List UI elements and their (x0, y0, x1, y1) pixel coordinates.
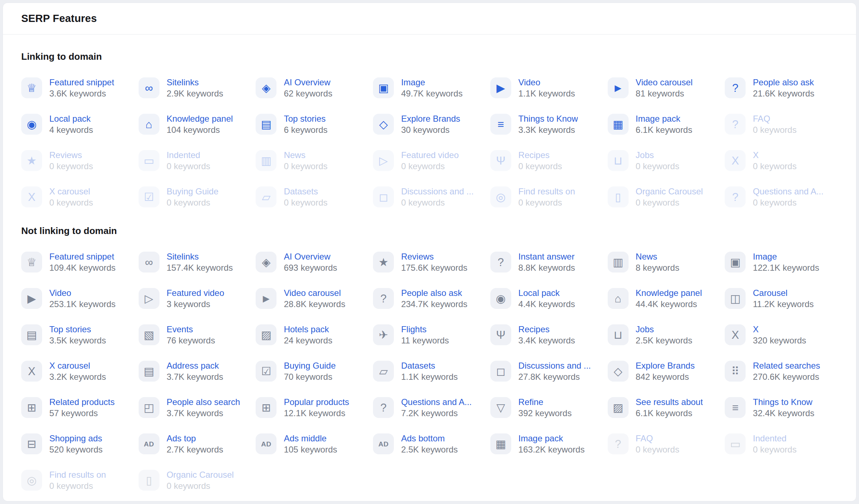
feature-item: Ψ Recipes 3.4K keywords (490, 323, 603, 347)
feature-link[interactable]: Knowledge panel (636, 287, 702, 298)
feature-link[interactable]: Things to Know (518, 113, 578, 124)
feature-item: ◻ Discussions and ... 0 keywords (373, 185, 486, 209)
tag-icon: ◇ (608, 361, 629, 382)
feature-link: Organic Carousel (167, 469, 234, 480)
feature-link[interactable]: Image pack (518, 433, 585, 444)
feature-link[interactable]: Knowledge panel (167, 113, 233, 124)
feature-link[interactable]: Local pack (518, 287, 575, 298)
feature-keyword-count: 12.1K keywords (284, 408, 349, 419)
feature-item: ▽ Refine 392 keywords (490, 396, 603, 419)
feature-link[interactable]: Video (49, 287, 116, 298)
feature-link[interactable]: Recipes (518, 324, 575, 335)
feature-link[interactable]: Address pack (167, 360, 223, 371)
feature-link[interactable]: Jobs (636, 324, 692, 335)
feature-link[interactable]: Featured video (167, 287, 224, 298)
feature-link[interactable]: Featured snippet (49, 77, 114, 88)
feature-link: Reviews (49, 149, 93, 161)
feature-keyword-count: 3.4K keywords (518, 335, 575, 346)
feature-keyword-count: 0 keywords (636, 197, 703, 208)
feature-keyword-count: 8.8K keywords (518, 262, 575, 273)
feature-link[interactable]: Datasets (401, 360, 458, 371)
feature-keyword-count: 2.9K keywords (167, 88, 223, 99)
feature-item: ▣ Image 49.7K keywords (373, 76, 486, 100)
feature-keyword-count: 44.4K keywords (636, 298, 702, 310)
feature-item: ? Questions and A... 7.2K keywords (373, 396, 486, 419)
feature-link[interactable]: X (753, 324, 806, 335)
feature-link[interactable]: News (636, 251, 679, 262)
feature-link[interactable]: Shopping ads (49, 433, 103, 444)
feature-keyword-count: 0 keywords (284, 197, 327, 208)
feature-link[interactable]: Explore Brands (636, 360, 695, 371)
feature-link[interactable]: Events (167, 324, 215, 335)
feature-link[interactable]: People also search (167, 396, 240, 408)
feature-link[interactable]: Related searches (753, 360, 820, 371)
feature-keyword-count: 3.7K keywords (167, 408, 240, 419)
address-pack-icon: ▤ (139, 361, 159, 382)
feature-link[interactable]: Ads middle (284, 433, 337, 444)
feature-keyword-count: 392 keywords (518, 408, 572, 419)
feature-link[interactable]: Reviews (401, 251, 467, 262)
feature-item: X X 320 keywords (725, 323, 838, 347)
feature-link: Indented (753, 433, 796, 444)
feature-keyword-count: 0 keywords (753, 124, 796, 135)
image-icon: ▣ (373, 77, 394, 98)
tag-icon: ◇ (373, 114, 394, 135)
question-bubble-icon: ? (373, 288, 394, 309)
feature-link[interactable]: Things to Know (753, 396, 814, 408)
feature-link[interactable]: Discussions and ... (518, 360, 591, 371)
feature-link[interactable]: Refine (518, 396, 572, 408)
feature-link[interactable]: See results about (636, 396, 703, 408)
feature-keyword-count: 28.8K keywords (284, 298, 345, 310)
feature-keyword-count: 520 keywords (49, 444, 103, 455)
feature-link[interactable]: Top stories (284, 113, 327, 124)
feature-item: ⊞ Popular products 12.1K keywords (256, 396, 369, 419)
x-icon: X (725, 150, 746, 171)
feature-keyword-count: 3 keywords (167, 298, 224, 310)
feature-link[interactable]: Questions and A... (401, 396, 472, 408)
feature-link[interactable]: Sitelinks (167, 77, 223, 88)
feature-item: ⊔ Jobs 2.5K keywords (608, 323, 721, 347)
feature-link[interactable]: Popular products (284, 396, 349, 408)
feature-link[interactable]: Top stories (49, 324, 106, 335)
feature-keyword-count: 0 keywords (518, 197, 575, 208)
feature-link: Buying Guide (167, 186, 219, 197)
feature-link[interactable]: Hotels pack (284, 324, 332, 335)
feature-item: ⊔ Jobs 0 keywords (608, 149, 721, 172)
ad-icon: AD (373, 433, 394, 454)
feature-link[interactable]: Flights (401, 324, 449, 335)
feature-link[interactable]: Related products (49, 396, 114, 408)
feature-link: Questions and A... (753, 186, 823, 197)
feature-link[interactable]: X carousel (49, 360, 106, 371)
feature-link[interactable]: People also ask (401, 287, 467, 298)
feature-item: ▷ Featured video 3 keywords (139, 287, 252, 310)
feature-link[interactable]: Featured snippet (49, 251, 116, 262)
feature-link[interactable]: Video (518, 77, 575, 88)
feature-link[interactable]: AI Overview (284, 77, 332, 88)
shopping-cart-icon: ⊟ (21, 433, 42, 454)
section-heading-not-linking: Not linking to domain (21, 225, 838, 237)
link-icon: ∞ (139, 252, 159, 273)
feature-link[interactable]: Image pack (636, 113, 692, 124)
feature-link[interactable]: Instant answer (518, 251, 575, 262)
feature-link[interactable]: Video carousel (284, 287, 345, 298)
feature-link[interactable]: Image (753, 251, 819, 262)
feature-item: ☑ Buying Guide 70 keywords (256, 359, 369, 383)
indented-icon: ▭ (725, 433, 746, 454)
feature-link[interactable]: Image (401, 77, 463, 88)
feature-link[interactable]: Explore Brands (401, 113, 460, 124)
feature-link[interactable]: People also ask (753, 77, 814, 88)
feature-link[interactable]: Local pack (49, 113, 93, 124)
feature-link[interactable]: Sitelinks (167, 251, 233, 262)
feature-link[interactable]: Video carousel (636, 77, 693, 88)
feature-item: ▤ Address pack 3.7K keywords (139, 359, 252, 383)
graduation-cap-icon: ⌂ (139, 114, 159, 135)
folder-icon: ▱ (256, 186, 276, 207)
feature-link[interactable]: AI Overview (284, 251, 337, 262)
questions-answers-icon: ? (373, 397, 394, 418)
feature-link[interactable]: Ads bottom (401, 433, 458, 444)
feature-link[interactable]: Ads top (167, 433, 223, 444)
feature-link[interactable]: Buying Guide (284, 360, 336, 371)
graduation-cap-icon: ⌂ (608, 288, 629, 309)
feature-link[interactable]: Carousel (753, 287, 814, 298)
feature-link: Discussions and ... (401, 186, 473, 197)
